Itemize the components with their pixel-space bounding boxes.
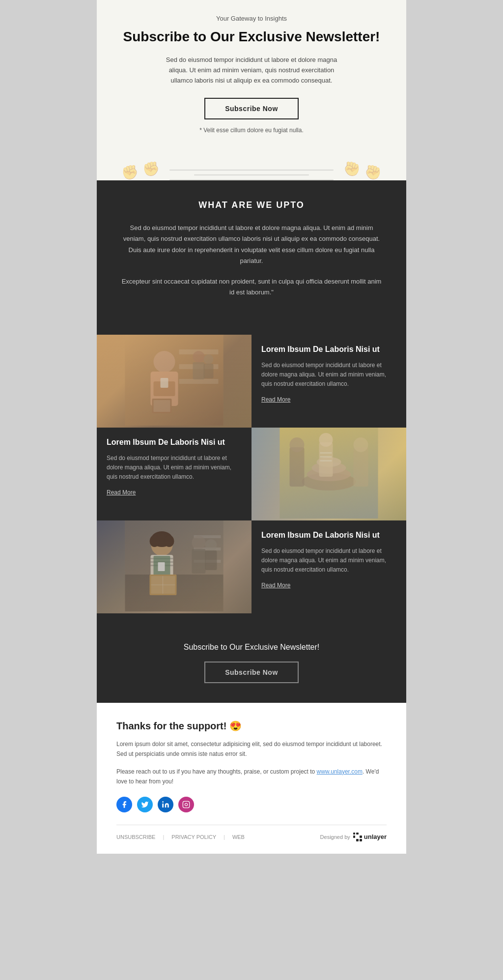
footer-website-link[interactable]: www.unlayer.com — [317, 768, 363, 775]
article-row-2: Lorem Ibsum De Laboris Nisi ut Sed do ei… — [97, 428, 406, 520]
sq1 — [353, 833, 356, 835]
sq8 — [356, 839, 359, 841]
svg-rect-45 — [158, 562, 165, 571]
svg-point-17 — [302, 473, 356, 490]
unlayer-squares — [353, 833, 362, 841]
article-row-1: Lorem Ibsum De Laboris Nisi ut Sed do ei… — [97, 335, 406, 428]
svg-rect-4 — [179, 379, 219, 384]
footer-bottom: UNSUBSCRIBE | PRIVACY POLICY | WEB Desig… — [116, 825, 387, 841]
article-3-text: Lorem Ibsum De Laboris Nisi ut Sed do ei… — [252, 520, 406, 613]
dec-line-2 — [194, 174, 309, 175]
svg-point-26 — [319, 433, 333, 447]
svg-rect-41 — [151, 558, 173, 559]
dec-line-3 — [169, 179, 334, 180]
article-1-title: Lorem Ibsum De Laboris Nisi ut — [261, 345, 396, 355]
svg-point-52 — [205, 539, 217, 551]
svg-rect-10 — [193, 362, 205, 379]
svg-rect-12 — [204, 364, 214, 378]
designed-by-label: Designed by — [320, 834, 350, 840]
email-container: Your Gateway to Insights Subscribe to Ou… — [97, 0, 406, 854]
svg-point-38 — [150, 535, 160, 547]
hero-description: Sed do eiusmod tempor incididunt ut labo… — [158, 55, 345, 86]
svg-rect-43 — [151, 565, 173, 566]
fist-icon-4: ✊ — [364, 164, 382, 180]
svg-rect-28 — [320, 456, 332, 458]
fist-icon-2: ✊ — [142, 161, 160, 180]
svg-rect-3 — [179, 364, 219, 369]
article-2-read-more[interactable]: Read More — [107, 489, 136, 496]
cta-subscribe-button[interactable]: Subscribe Now — [204, 662, 299, 683]
svg-rect-35 — [194, 560, 221, 563]
svg-rect-6 — [151, 372, 178, 406]
article-2-body: Sed do eiusmod tempor incididunt ut labo… — [107, 454, 242, 482]
article-3-image — [97, 520, 252, 613]
svg-rect-8 — [161, 378, 168, 388]
footer-links: UNSUBSCRIBE | PRIVACY POLICY | WEB — [116, 834, 245, 840]
cta-title: Subscribe to Our Exclusive Newsletter! — [116, 643, 387, 652]
footer-body1: Lorem ipsum dolor sit amet, consectetur … — [116, 739, 387, 759]
footer-section: Thanks for the support! 😍 Lorem ipsum do… — [97, 703, 406, 854]
svg-point-11 — [204, 354, 214, 364]
article-1-text: Lorem Ibsum De Laboris Nisi ut Sed do ei… — [252, 335, 406, 428]
article-3-body: Sed do eiusmod tempor incididunt ut labo… — [261, 547, 396, 575]
svg-point-9 — [193, 351, 205, 363]
svg-point-18 — [307, 467, 351, 481]
svg-point-36 — [151, 534, 173, 556]
sq2 — [356, 833, 359, 835]
sq6 — [360, 836, 362, 838]
page-wrapper: Your Gateway to Insights Subscribe to Ou… — [0, 0, 503, 854]
hero-subscribe-button[interactable]: Subscribe Now — [204, 98, 299, 119]
article-3-svg — [97, 520, 252, 611]
twitter-icon[interactable] — [137, 797, 153, 812]
instagram-icon[interactable] — [178, 797, 194, 812]
svg-rect-53 — [205, 550, 217, 570]
linkedin-icon[interactable] — [158, 797, 173, 812]
hero-section: Your Gateway to Insights Subscribe to Ou… — [97, 0, 406, 180]
fist-icon-3: ✊ — [343, 161, 361, 180]
svg-point-22 — [290, 437, 305, 452]
article-2-svg — [252, 428, 406, 519]
svg-rect-2 — [179, 349, 219, 354]
svg-point-20 — [317, 457, 341, 467]
hero-title: Subscribe to Our Exclusive Newsletter! — [116, 28, 387, 45]
hero-illustration: ✊ ✊ ✊ ✊ — [116, 141, 387, 180]
sq7 — [353, 839, 356, 841]
article-1-body: Sed do eiusmod tempor incididunt ut labo… — [261, 361, 396, 389]
svg-rect-31 — [125, 520, 224, 611]
svg-rect-33 — [194, 535, 221, 538]
unlayer-brand: unlayer — [364, 833, 387, 840]
footer-body2-text: Please reach out to us if you have any t… — [116, 768, 315, 775]
article-2-title: Lorem Ibsum De Laboris Nisi ut — [107, 437, 242, 448]
cta-section: Subscribe to Our Exclusive Newsletter! S… — [97, 628, 406, 703]
sq3 — [360, 833, 362, 835]
hero-note: * Velit esse cillum dolore eu fugiat nul… — [116, 127, 387, 134]
svg-rect-1 — [125, 335, 224, 426]
article-3-read-more[interactable]: Read More — [261, 582, 290, 589]
svg-rect-42 — [151, 561, 173, 563]
unsubscribe-link[interactable]: UNSUBSCRIBE — [116, 834, 155, 840]
fist-right-group: ✊ ✊ — [343, 161, 382, 180]
svg-point-54 — [162, 801, 164, 803]
powered-by: Designed by unla — [320, 833, 387, 841]
svg-rect-7 — [154, 381, 175, 396]
article-1-read-more[interactable]: Read More — [261, 396, 290, 403]
privacy-policy-link[interactable]: PRIVACY POLICY — [171, 834, 216, 840]
fist-icon-1: ✊ — [121, 164, 139, 180]
facebook-icon[interactable] — [116, 797, 132, 812]
svg-rect-44 — [154, 556, 170, 580]
svg-rect-47 — [151, 576, 175, 594]
svg-point-37 — [151, 531, 173, 547]
articles-grid: Lorem Ibsum De Laboris Nisi ut Sed do ei… — [97, 335, 406, 628]
article-1-svg — [97, 335, 252, 426]
web-link[interactable]: WEB — [232, 834, 245, 840]
svg-point-50 — [192, 536, 206, 549]
dec-line-1 — [169, 170, 334, 171]
sq4 — [353, 836, 356, 838]
svg-rect-34 — [194, 548, 221, 550]
article-2-text: Lorem Ibsum De Laboris Nisi ut Sed do ei… — [97, 428, 252, 520]
svg-point-5 — [154, 351, 175, 373]
unlayer-logo: unlayer — [353, 833, 387, 841]
svg-rect-21 — [290, 447, 305, 487]
svg-point-24 — [354, 437, 368, 452]
footer-body2: Please reach out to us if you have any t… — [116, 767, 387, 787]
